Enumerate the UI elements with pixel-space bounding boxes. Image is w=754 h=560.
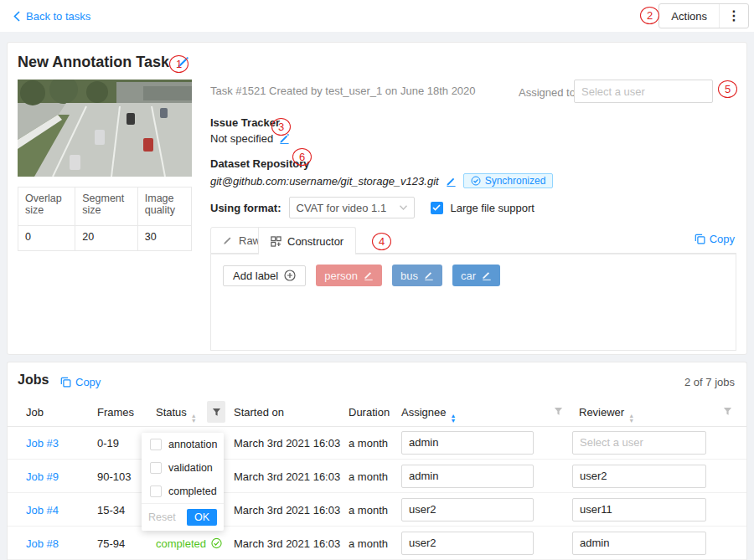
- jobs-card: Jobs Copy 2 of 7 jobs Job Frames Status▲…: [7, 362, 747, 560]
- checkbox[interactable]: [150, 486, 162, 497]
- table-row: Job #3 0-19 March 3rd 2021 16:03 a month: [8, 426, 746, 460]
- jobs-copy-label: Copy: [75, 376, 101, 388]
- plus-circle-icon: [284, 270, 296, 281]
- constructor-icon: [271, 236, 281, 247]
- job-link[interactable]: Job #9: [26, 470, 59, 482]
- jobs-count: 2 of 7 jobs: [684, 376, 735, 388]
- chevron-down-icon: [400, 205, 407, 210]
- param-header: Segment size: [75, 188, 138, 226]
- reviewer-select[interactable]: [572, 498, 706, 521]
- table-row: Job #9 90-103 March 3rd 2021 16:03 a mon…: [8, 460, 746, 493]
- tab-constructor[interactable]: Constructor: [258, 227, 356, 254]
- col-header-job: Job: [26, 406, 44, 419]
- reviewer-sorter-icon[interactable]: ▲▼: [628, 414, 634, 424]
- table-row: Job #4 15-34 March 3rd 2021 16:03 a mont…: [8, 493, 746, 527]
- reviewer-select[interactable]: [572, 465, 706, 488]
- dataset-repository-row: git@github.com:username/git_storage_v123…: [210, 173, 553, 188]
- started-cell: March 3rd 2021 16:03: [234, 537, 340, 549]
- status-sorter-icon[interactable]: ▲▼: [191, 414, 197, 424]
- param-value: 0: [18, 226, 75, 251]
- reviewer-filter-icon[interactable]: [723, 406, 732, 419]
- edit-issue-tracker-icon[interactable]: [279, 133, 290, 144]
- topbar: Back to tasks Actions ⋮: [0, 0, 754, 32]
- back-to-tasks-link[interactable]: Back to tasks: [13, 0, 90, 32]
- jobs-copy-button[interactable]: Copy: [60, 376, 101, 388]
- page-title: New Annotation Task: [18, 54, 189, 71]
- label-chip-bus[interactable]: bus: [392, 265, 442, 286]
- checkbox[interactable]: [150, 462, 162, 474]
- filter-option-validation[interactable]: validation: [142, 456, 224, 480]
- synchronized-badge: Synchronized: [463, 173, 554, 188]
- col-header-status[interactable]: Status▲▼: [156, 406, 197, 424]
- filter-footer: Reset OK: [142, 503, 224, 531]
- edit-repository-icon[interactable]: [446, 176, 457, 187]
- duration-cell: a month: [349, 537, 388, 549]
- more-actions-icon[interactable]: ⋮: [719, 4, 748, 28]
- edit-task-name-icon[interactable]: [177, 56, 189, 69]
- task-preview-image: [18, 80, 192, 177]
- filter-reset-button[interactable]: Reset: [148, 511, 176, 523]
- checkbox[interactable]: [150, 439, 162, 450]
- task-params-table: Overlap size Segment size Image quality …: [18, 187, 192, 251]
- edit-label-icon[interactable]: [364, 270, 374, 280]
- edit-label-icon[interactable]: [482, 270, 492, 280]
- label-row: Add label person bus car: [223, 265, 500, 286]
- label-chip-name: bus: [400, 270, 418, 282]
- task-assignee-select[interactable]: [574, 80, 713, 103]
- label-chip-car[interactable]: car: [452, 265, 500, 286]
- table-row: Job #8 75-94 completed March 3rd 2021 16…: [8, 527, 746, 560]
- job-link[interactable]: Job #8: [26, 537, 59, 549]
- format-row: Using format: CVAT for video 1.1 Large f…: [210, 197, 535, 218]
- job-link[interactable]: Job #3: [26, 436, 59, 449]
- assignee-select[interactable]: [401, 532, 534, 555]
- tab-constructor-label: Constructor: [287, 235, 343, 248]
- status-filter-dropdown: annotation validation completed Reset OK: [142, 433, 224, 531]
- assignee-sorter-icon[interactable]: ▲▼: [450, 414, 456, 424]
- frames-cell: 90-103: [97, 470, 131, 482]
- format-select[interactable]: CVAT for video 1.1: [289, 197, 415, 218]
- edit-label-icon[interactable]: [424, 270, 434, 280]
- labels-copy-label: Copy: [710, 233, 735, 245]
- page: Back to tasks Actions ⋮ New Annotation T…: [0, 0, 754, 560]
- filter-ok-button[interactable]: OK: [187, 509, 217, 526]
- frames-cell: 15-34: [97, 503, 125, 516]
- copy-icon: [695, 234, 705, 244]
- filter-option-label: completed: [168, 486, 217, 497]
- col-header-duration: Duration: [349, 406, 390, 419]
- param-value: 20: [75, 226, 138, 251]
- reviewer-header-label: Reviewer: [579, 406, 624, 419]
- completed-check-icon: [211, 537, 222, 548]
- using-format-label: Using format:: [210, 202, 281, 214]
- started-cell: March 3rd 2021 16:03: [234, 503, 340, 516]
- assignee-header-label: Assignee: [401, 406, 446, 419]
- frames-cell: 0-19: [97, 436, 119, 449]
- label-constructor-panel: Add label person bus car: [210, 254, 736, 351]
- status-header-label: Status: [156, 406, 187, 419]
- filter-option-completed[interactable]: completed: [142, 480, 224, 503]
- assignee-select[interactable]: [401, 431, 534, 455]
- reviewer-select[interactable]: [572, 532, 706, 555]
- col-header-started: Started on: [234, 406, 284, 419]
- duration-cell: a month: [349, 470, 388, 482]
- reviewer-select[interactable]: [572, 431, 706, 455]
- filter-option-label: validation: [168, 462, 213, 474]
- filter-option-annotation[interactable]: annotation: [142, 433, 224, 456]
- col-header-reviewer[interactable]: Reviewer▲▼: [579, 406, 634, 424]
- col-header-assignee[interactable]: Assignee▲▼: [401, 406, 456, 424]
- add-label-button[interactable]: Add label: [223, 265, 306, 286]
- dataset-repository-url: git@github.com:username/git_storage_v123…: [210, 175, 439, 188]
- labels-copy-button[interactable]: Copy: [695, 233, 735, 245]
- assignee-select[interactable]: [401, 498, 534, 521]
- label-chip-name: car: [461, 270, 476, 282]
- large-file-checkbox[interactable]: [431, 202, 443, 214]
- assignee-filter-icon[interactable]: [554, 406, 563, 419]
- issue-tracker-label: Issue Tracker: [210, 116, 280, 129]
- actions-button[interactable]: Actions ⋮: [658, 3, 749, 28]
- issue-tracker-value: Not specified: [210, 132, 273, 145]
- status-filter-icon[interactable]: [207, 401, 225, 423]
- job-link[interactable]: Job #4: [26, 503, 59, 516]
- labels-tabbar: Raw Constructor Copy: [210, 227, 736, 254]
- label-chip-person[interactable]: person: [316, 265, 382, 286]
- assignee-select[interactable]: [401, 465, 534, 488]
- back-to-tasks-label: Back to tasks: [26, 10, 90, 23]
